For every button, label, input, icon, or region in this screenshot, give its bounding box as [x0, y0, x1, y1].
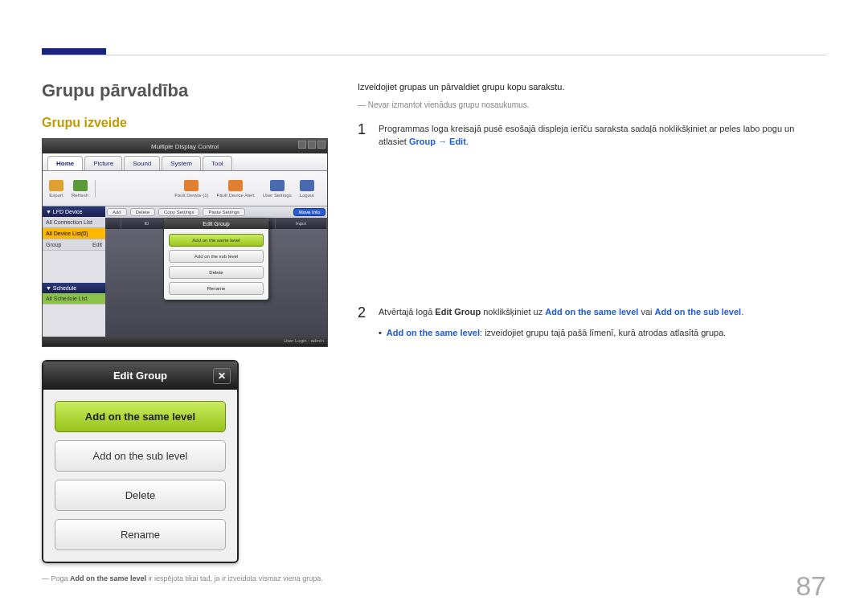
- popup-add-same-level[interactable]: Add on the same level: [169, 234, 264, 247]
- bullet-dot-icon: •: [379, 328, 382, 337]
- main-panel: Add Delete Copy Settings Paste Settings …: [105, 206, 327, 337]
- paste-settings-button[interactable]: Paste Settings: [203, 208, 245, 216]
- step-1: 1 Programmas loga kreisajā pusē esošajā …: [358, 122, 820, 149]
- page-title: Grupu pārvaldība: [42, 80, 331, 101]
- header-accent: [42, 48, 106, 55]
- popup-title: Edit Group: [164, 219, 268, 229]
- refresh-button[interactable]: Refresh: [72, 180, 88, 198]
- footnote: ― Poga Add on the same level ir iespējot…: [42, 574, 331, 582]
- user-settings-button[interactable]: User Settings: [263, 180, 292, 198]
- mdc-screenshot: Multiple Display Control Home Picture So…: [42, 138, 328, 347]
- fault-device-button[interactable]: Fault Device (1): [174, 180, 208, 198]
- dialog-add-same-level[interactable]: Add on the same level: [55, 401, 226, 432]
- main-toolbar: Add Delete Copy Settings Paste Settings …: [105, 206, 327, 218]
- dialog-add-sub-level[interactable]: Add on the sub level: [55, 440, 226, 472]
- tab-tool[interactable]: Tool: [203, 156, 232, 170]
- add-button[interactable]: Add: [107, 208, 127, 216]
- step-1-number: 1: [358, 122, 369, 149]
- move-info-button[interactable]: Move Info: [293, 208, 326, 216]
- step-2-block: 2 Atvērtajā logā Edit Group noklikšķinie…: [358, 305, 820, 337]
- intro-text: Izveidojiet grupas un pārvaldiet grupu k…: [358, 80, 820, 94]
- sidebar: ▼ LFD Device All Connection List All Dev…: [43, 206, 105, 337]
- tab-home[interactable]: Home: [47, 156, 83, 170]
- left-column: Grupu pārvaldība Grupu izveide Multiple …: [42, 80, 331, 582]
- sidebar-group-edit[interactable]: GroupEdit: [43, 239, 105, 251]
- copy-settings-button[interactable]: Copy Settings: [158, 208, 199, 216]
- status-bar: User Login : admin: [43, 337, 327, 346]
- sidebar-all-device[interactable]: All Device List(0): [43, 228, 105, 239]
- step-2-bullet: • Add on the same level: izveidojiet gru…: [358, 328, 820, 337]
- tab-system[interactable]: System: [162, 156, 201, 170]
- page-number: 87: [796, 570, 826, 602]
- right-column: Izveidojiet grupas un pārvaldiet grupu k…: [358, 80, 820, 157]
- sidebar-header-schedule[interactable]: ▼ Schedule: [43, 283, 105, 293]
- min-icon: [298, 141, 306, 149]
- step-2-body: Atvērtajā logā Edit Group noklikšķiniet …: [379, 305, 820, 320]
- step-2-number: 2: [358, 305, 369, 320]
- step-1-body: Programmas loga kreisajā pusē esošajā di…: [379, 122, 820, 149]
- window-buttons: [298, 141, 326, 149]
- popup-rename[interactable]: Rename: [169, 282, 264, 295]
- step-2: 2 Atvērtajā logā Edit Group noklikšķinie…: [358, 305, 820, 320]
- fault-alert-button[interactable]: Fault Device Alert: [217, 180, 255, 198]
- app-title: Multiple Display Control: [151, 143, 219, 150]
- sidebar-all-schedule[interactable]: All Schedule List: [43, 293, 105, 304]
- sidebar-all-connection[interactable]: All Connection List: [43, 217, 105, 228]
- dialog-delete[interactable]: Delete: [55, 480, 226, 511]
- dialog-rename[interactable]: Rename: [55, 519, 226, 550]
- note-text: ― Nevar izmantot vienādus grupu nosaukum…: [358, 99, 820, 111]
- app-titlebar: Multiple Display Control: [43, 139, 327, 153]
- dialog-close-button[interactable]: ✕: [213, 368, 231, 384]
- dialog-title: Edit Group ✕: [43, 362, 237, 390]
- export-button[interactable]: Export: [49, 180, 63, 198]
- max-icon: [308, 141, 316, 149]
- sidebar-header-lfd[interactable]: ▼ LFD Device: [43, 206, 105, 217]
- close-icon: [317, 141, 326, 149]
- header-rule: [42, 55, 826, 55]
- main-tabs: Home Picture Sound System Tool: [43, 153, 327, 171]
- tab-sound[interactable]: Sound: [124, 156, 160, 170]
- ribbon: Export Refresh Fault Device (1) Fault De…: [43, 171, 327, 206]
- tab-picture[interactable]: Picture: [84, 156, 122, 170]
- edit-group-popup: Edit Group Add on the same level Add on …: [163, 218, 269, 300]
- popup-add-sub-level[interactable]: Add on the sub level: [169, 250, 264, 263]
- section-title: Grupu izveide: [42, 116, 331, 130]
- delete-button[interactable]: Delete: [130, 208, 155, 216]
- popup-delete[interactable]: Delete: [169, 266, 264, 279]
- logout-button[interactable]: Logout: [300, 180, 314, 198]
- edit-group-dialog: Edit Group ✕ Add on the same level Add o…: [42, 360, 239, 563]
